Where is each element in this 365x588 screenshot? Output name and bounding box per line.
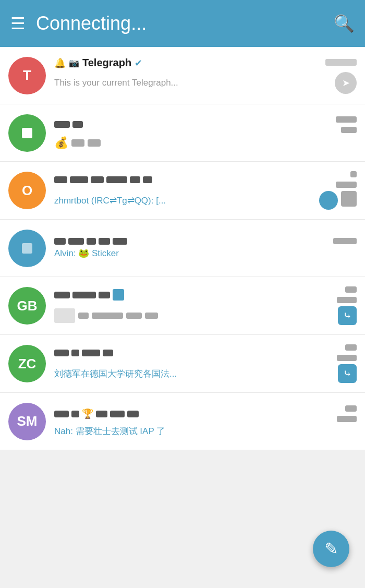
- chat-content: zhmrtbot (IRC⇌Tg⇌QQ): [...: [54, 171, 357, 210]
- verified-badge: ✔: [135, 57, 142, 69]
- list-item[interactable]: Alvin: 🐸 Sticker: [0, 220, 365, 277]
- chat-name-row: [54, 121, 83, 128]
- list-item[interactable]: SM 🏆 Nah: 需要壮士去测试 IAP 了: [0, 393, 365, 450]
- top-bar: ☰ Connecting... 🔍: [0, 0, 365, 47]
- avatar: ZC: [8, 345, 46, 382]
- reply-icon: ⤷: [338, 364, 357, 383]
- right-col: [337, 405, 357, 422]
- chat-content: 🏆 Nah: 需要壮士去测试 IAP 了: [54, 405, 357, 437]
- menu-icon[interactable]: ☰: [10, 14, 26, 33]
- chat-content: 刘德军在德国大学研究各国法... ⤷: [54, 344, 357, 383]
- right-col: [336, 116, 357, 133]
- avatar: [8, 114, 46, 152]
- reply-icon: ⤷: [338, 306, 357, 325]
- right-col: [333, 238, 357, 244]
- chat-content: 💰: [54, 116, 357, 150]
- avatar: GB: [8, 287, 46, 325]
- chat-name-row: [54, 176, 152, 183]
- list-item[interactable]: O zhmrtbot (IRC⇌Tg⇌QQ): [...: [0, 162, 365, 220]
- chat-preview: This is your current Telegraph...: [54, 78, 178, 88]
- list-item[interactable]: GB: [0, 277, 365, 335]
- avatar: SM: [8, 403, 46, 440]
- list-item[interactable]: 💰: [0, 104, 365, 162]
- send-button[interactable]: ➤: [335, 72, 357, 94]
- right-col: [325, 58, 357, 68]
- chat-name-row: [54, 350, 113, 356]
- mute-icon: 🔔: [54, 57, 66, 69]
- chat-content: 🔔 📷 Telegraph ✔ This is your current Tel…: [54, 57, 357, 94]
- chat-preview: Alvin: 🐸 Sticker: [54, 248, 119, 259]
- list-item[interactable]: T 🔔 📷 Telegraph ✔ This is your current T…: [0, 47, 365, 104]
- chat-preview: 刘德军在德国大学研究各国法...: [54, 368, 177, 380]
- chat-name-row: [54, 289, 124, 301]
- chat-content: Alvin: 🐸 Sticker: [54, 238, 357, 259]
- unread-indicator: [319, 191, 338, 210]
- connection-status: Connecting...: [36, 13, 334, 34]
- chat-name-row: 🔔 📷 Telegraph ✔: [54, 57, 142, 69]
- chat-list: T 🔔 📷 Telegraph ✔ This is your current T…: [0, 47, 365, 450]
- chat-name: Telegraph: [82, 57, 131, 69]
- chat-preview: zhmrtbot (IRC⇌Tg⇌QQ): [...: [54, 195, 166, 206]
- avatar: O: [8, 172, 46, 209]
- right-col: [336, 171, 357, 188]
- chat-preview: Nah: 需要壮士去测试 IAP 了: [54, 425, 165, 437]
- chat-name-row: 🏆: [54, 408, 139, 419]
- chat-name-row: [54, 238, 127, 245]
- compose-fab[interactable]: ✎: [313, 531, 349, 567]
- right-col: [337, 286, 357, 303]
- list-item[interactable]: ZC 刘德军在德国大学研究各国法... ⤷: [0, 335, 365, 393]
- camera-icon: 📷: [69, 58, 79, 68]
- chat-time: [325, 58, 357, 68]
- avatar: T: [8, 57, 46, 94]
- search-icon[interactable]: 🔍: [334, 14, 355, 33]
- right-col: [337, 344, 357, 361]
- avatar: [8, 230, 46, 267]
- chat-content: ⤷: [54, 286, 357, 325]
